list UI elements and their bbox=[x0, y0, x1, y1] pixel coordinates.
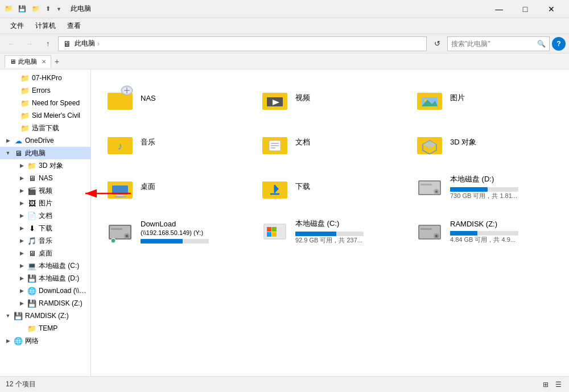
grid-item-music[interactable]: ♪ 音乐 bbox=[100, 123, 250, 163]
sidebar-item-ramdisk-z2[interactable]: ▼ 💾 RAMDISK (Z:) bbox=[0, 310, 90, 322]
videos-folder-icon bbox=[260, 84, 290, 113]
details-view-btn[interactable]: ☰ bbox=[553, 379, 563, 390]
expand-icon: ▶ bbox=[18, 225, 25, 231]
drive-d-icon bbox=[415, 172, 444, 202]
maximize-button[interactable]: □ bbox=[512, 0, 538, 18]
ramdisk-grid-icon bbox=[415, 217, 444, 246]
expand-icon: ▶ bbox=[18, 263, 25, 269]
sidebar-label: Errors bbox=[32, 86, 51, 94]
search-input[interactable] bbox=[451, 40, 537, 48]
sidebar-item-temp[interactable]: 📁 TEMP bbox=[0, 322, 90, 335]
grid-item-downloads-folder[interactable]: 下载 bbox=[255, 167, 405, 207]
sidebar-label: 3D 对象 bbox=[39, 161, 63, 171]
sidebar-item-videos[interactable]: ▶ 🎬 视频 bbox=[0, 184, 90, 197]
new-folder-icon[interactable]: 📁 bbox=[30, 4, 42, 14]
back-button[interactable]: ← bbox=[3, 36, 19, 51]
svg-rect-25 bbox=[417, 137, 428, 142]
sidebar-label: NAS bbox=[39, 174, 53, 182]
sidebar-label: 文档 bbox=[39, 211, 52, 221]
folder-icon: 📁 bbox=[20, 73, 30, 83]
nas-name: NAS bbox=[141, 94, 156, 102]
nas-folder-icon bbox=[105, 84, 135, 113]
videos-info: 视频 bbox=[295, 93, 310, 104]
sidebar-item-documents[interactable]: ▶ 📄 文档 bbox=[0, 209, 90, 222]
sidebar-item-drive-d[interactable]: ▶ 💾 本地磁盘 (D:) bbox=[0, 272, 90, 284]
expand-icon: ▶ bbox=[18, 250, 25, 256]
drive-d-detail: 730 GB 可用，共 1.81... bbox=[450, 192, 518, 200]
sidebar-item-errors[interactable]: 📁 Errors bbox=[0, 84, 90, 97]
sidebar-item-desktop[interactable]: ▶ 🖥 桌面 bbox=[0, 247, 90, 259]
search-box[interactable]: 🔍 bbox=[447, 36, 550, 51]
tab-close-icon[interactable]: ✕ bbox=[42, 59, 46, 65]
grid-item-drive-d[interactable]: 本地磁盘 (D:) 730 GB 可用，共 1.81... bbox=[410, 167, 560, 207]
sidebar-item-sidmeier[interactable]: 📁 Sid Meier's Civil bbox=[0, 109, 90, 122]
expand-icon: ▶ bbox=[5, 138, 11, 143]
save-icon[interactable]: 💾 bbox=[16, 4, 28, 14]
3dobjects-name: 3D 对象 bbox=[450, 137, 476, 147]
grid-item-download-share[interactable]: DownLoad (\\192.168.50.149) (Y:) bbox=[100, 212, 250, 251]
grid-item-3dobjects[interactable]: 3D 对象 bbox=[410, 123, 560, 163]
view-controls: ⊞ ☰ bbox=[541, 379, 563, 390]
path-pc-icon: 🖥 bbox=[63, 39, 71, 48]
close-button[interactable]: ✕ bbox=[538, 0, 564, 18]
grid-item-documents[interactable]: 文档 bbox=[255, 123, 405, 163]
customize-icon[interactable]: ▼ bbox=[54, 5, 64, 13]
documents-name: 文档 bbox=[295, 137, 310, 147]
sidebar-item-drive-c[interactable]: ▶ 💻 本地磁盘 (C:) bbox=[0, 259, 90, 272]
sidebar-label: 图片 bbox=[39, 199, 52, 208]
menu-computer[interactable]: 计算机 bbox=[30, 19, 61, 33]
svg-rect-59 bbox=[420, 228, 432, 230]
tab-thispc[interactable]: 🖥 此电脑 ✕ bbox=[5, 55, 51, 68]
sidebar-item-downloads[interactable]: ▶ ⬇ 下载 bbox=[0, 222, 90, 234]
tabs-bar: 🖥 此电脑 ✕ + bbox=[0, 53, 569, 69]
grid-item-desktop[interactable]: 桌面 bbox=[100, 167, 250, 207]
menu-view[interactable]: 查看 bbox=[61, 19, 86, 33]
sidebar-label: 本地磁盘 (D:) bbox=[39, 274, 79, 283]
sidebar-label: 此电脑 bbox=[25, 148, 46, 158]
minimize-button[interactable]: — bbox=[486, 0, 512, 18]
drive-c-detail: 92.9 GB 可用，共 237... bbox=[295, 236, 364, 245]
help-button[interactable]: ? bbox=[552, 37, 566, 51]
sidebar-item-network[interactable]: ▶ 🌐 网络 bbox=[0, 335, 90, 347]
sidebar-item-needforspeed[interactable]: 📁 Need for Speed bbox=[0, 97, 90, 109]
sidebar-item-ramdisk[interactable]: ▶ 💾 RAMDISK (Z:) bbox=[0, 297, 90, 310]
sidebar-item-nas[interactable]: ▶ 🖥 NAS bbox=[0, 172, 90, 184]
address-bar: ← → ↑ 🖥 此电脑 › ↺ 🔍 ? bbox=[0, 34, 569, 53]
grid-item-drive-c[interactable]: 本地磁盘 (C:) 92.9 GB 可用，共 237... bbox=[255, 212, 405, 251]
sidebar-item-thispc[interactable]: ▼ 🖥 此电脑 bbox=[0, 147, 90, 159]
expand-icon: ▶ bbox=[18, 275, 25, 281]
grid-item-ramdisk[interactable]: RAMDISK (Z:) 4.84 GB 可用，共 4.9... bbox=[410, 212, 560, 251]
grid-item-pictures[interactable]: 图片 bbox=[410, 79, 560, 118]
sidebar-item-07hkpro[interactable]: 📁 07-HKPro bbox=[0, 72, 90, 84]
folder-icon: 📁 bbox=[20, 123, 30, 133]
grid-item-nas[interactable]: NAS bbox=[100, 79, 250, 118]
menu-file[interactable]: 文件 bbox=[5, 19, 30, 33]
up-button[interactable]: ↑ bbox=[40, 36, 56, 51]
forward-button[interactable]: → bbox=[22, 36, 38, 51]
sidebar-item-music[interactable]: ▶ 🎵 音乐 bbox=[0, 234, 90, 247]
3dobjects-folder-icon bbox=[415, 128, 444, 158]
sidebar-item-pictures[interactable]: ▶ 🖼 图片 bbox=[0, 197, 90, 209]
sidebar-label: 视频 bbox=[39, 186, 52, 196]
tab-add-button[interactable]: + bbox=[55, 57, 59, 66]
sidebar-label: 网络 bbox=[25, 336, 39, 346]
sidebar-item-xunlei[interactable]: 📁 迅雷下载 bbox=[0, 122, 90, 134]
onedrive-icon: ☁ bbox=[13, 135, 23, 146]
drive-c-info: 本地磁盘 (C:) 92.9 GB 可用，共 237... bbox=[295, 218, 364, 245]
sidebar-item-3dobjects[interactable]: ▶ 📁 3D 对象 bbox=[0, 159, 90, 172]
expand-icon: ▶ bbox=[18, 188, 25, 193]
drive-d-icon: 💾 bbox=[27, 273, 37, 283]
large-icons-view-btn[interactable]: ⊞ bbox=[541, 379, 551, 390]
grid-item-videos[interactable]: 视频 bbox=[255, 79, 405, 118]
sidebar-label: OneDrive bbox=[25, 137, 54, 145]
sidebar-item-download-nas[interactable]: ▶ 🌐 DownLoad (\\19... bbox=[0, 284, 90, 297]
sidebar-item-onedrive[interactable]: ▶ ☁ OneDrive bbox=[0, 134, 90, 147]
refresh-button[interactable]: ↺ bbox=[429, 36, 445, 51]
properties-icon[interactable]: ⬆ bbox=[43, 4, 53, 14]
address-box[interactable]: 🖥 此电脑 › bbox=[58, 36, 427, 51]
documents-info: 文档 bbox=[295, 137, 310, 148]
svg-rect-29 bbox=[108, 181, 119, 186]
svg-rect-34 bbox=[262, 181, 274, 186]
downloads-folder-icon bbox=[260, 172, 290, 202]
drive-c-icon bbox=[260, 217, 290, 246]
